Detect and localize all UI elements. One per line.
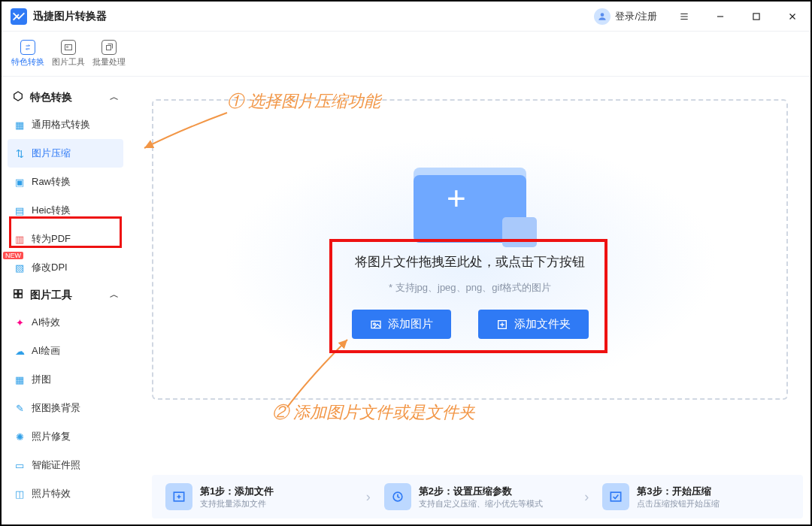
top-tab-label: 批量处理: [92, 56, 126, 68]
group-title: 特色转换: [30, 91, 72, 104]
content-area: 将图片文件拖拽至此处，或点击下方按钮 * 支持jpg、jpeg、png、gif格…: [129, 77, 810, 524]
sidebar-item-pdf[interactable]: ▥转为PDF: [8, 225, 123, 253]
sidebar: 特色转换 ︿ ▦通用格式转换 ⇅图片压缩 ▣Raw转换 ▤Heic转换 ▥转为P…: [2, 77, 129, 524]
step-3: 第3步：开始压缩点击压缩按钮开始压缩: [602, 483, 789, 510]
sidebar-group-tools[interactable]: 图片工具 ︿: [8, 282, 123, 308]
chevron-up-icon: ︿: [110, 289, 119, 301]
compress-icon: ⇅: [14, 147, 26, 159]
maximize-button[interactable]: [747, 8, 765, 26]
top-tabs: 特色转换 图片工具 批量处理: [2, 32, 810, 77]
app-logo-icon: [11, 8, 27, 25]
step-icon: [602, 483, 629, 510]
tools-icon: [12, 288, 24, 302]
svg-rect-9: [19, 295, 23, 298]
folder-plus-icon: [496, 319, 508, 331]
effect-icon: ◫: [14, 488, 26, 500]
svg-rect-15: [611, 492, 621, 501]
svg-rect-1: [753, 13, 759, 19]
image-icon: [370, 319, 382, 331]
sidebar-item-ai-effect[interactable]: ✦AI特效: [8, 308, 123, 337]
step-icon: [384, 483, 411, 510]
svg-point-3: [67, 47, 68, 48]
add-folder-button[interactable]: 添加文件夹: [478, 310, 589, 339]
chevron-right-icon: ›: [366, 489, 371, 505]
doc-icon: ▦: [14, 119, 26, 131]
minimize-button[interactable]: [711, 8, 729, 26]
menu-button[interactable]: [675, 8, 693, 26]
restore-icon: ✺: [14, 431, 26, 443]
chevron-right-icon: ›: [584, 489, 589, 505]
sidebar-item-ai-draw[interactable]: ☁AI绘画: [8, 337, 123, 365]
top-tab-tools[interactable]: 图片工具: [50, 37, 87, 71]
top-tab-featured[interactable]: 特色转换: [9, 37, 47, 71]
grid-icon: ▦: [14, 373, 26, 385]
step-icon: [165, 483, 192, 510]
sparkle-icon: ✦: [14, 316, 26, 328]
sidebar-item-dpi[interactable]: NEW▧修改DPI: [8, 253, 123, 282]
drop-zone[interactable]: 将图片文件拖拽至此处，或点击下方按钮 * 支持jpg、jpeg、png、gif格…: [152, 99, 788, 400]
add-image-button[interactable]: 添加图片: [352, 310, 451, 339]
dpi-icon: ▧: [14, 261, 26, 274]
top-tab-label: 图片工具: [52, 56, 85, 68]
svg-point-11: [373, 323, 375, 325]
avatar-icon: [594, 8, 611, 25]
sidebar-group-featured[interactable]: 特色转换 ︿: [8, 84, 123, 110]
sidebar-item-raw[interactable]: ▣Raw转换: [8, 168, 123, 196]
swap-icon: [20, 40, 35, 55]
drop-subtitle: * 支持jpg、jpeg、png、gif格式的图片: [389, 281, 551, 295]
sidebar-item-image-compress[interactable]: ⇅图片压缩: [8, 139, 123, 168]
chevron-up-icon: ︿: [110, 91, 119, 104]
svg-rect-8: [14, 295, 18, 298]
steps-bar: 第1步：添加文件支持批量添加文件 › 第2步：设置压缩参数支持自定义压缩、缩小优…: [152, 475, 803, 518]
sidebar-item-general-convert[interactable]: ▦通用格式转换: [8, 110, 123, 139]
app-title: 迅捷图片转换器: [33, 10, 107, 23]
raw-icon: ▣: [14, 176, 26, 188]
sidebar-item-id-photo[interactable]: ▭智能证件照: [8, 451, 123, 479]
step-2: 第2步：设置压缩参数支持自定义压缩、缩小优先等模式: [384, 483, 571, 510]
svg-marker-5: [14, 92, 23, 101]
drop-title: 将图片文件拖拽至此处，或点击下方按钮: [355, 253, 585, 271]
sidebar-item-photo-effect[interactable]: ◫照片特效: [8, 479, 123, 508]
step-1: 第1步：添加文件支持批量添加文件: [165, 483, 353, 510]
svg-rect-6: [14, 290, 18, 294]
svg-point-0: [601, 13, 604, 17]
heic-icon: ▤: [14, 204, 26, 216]
group-title: 图片工具: [30, 289, 72, 302]
svg-rect-10: [371, 321, 380, 328]
pdf-icon: ▥: [14, 233, 26, 245]
svg-rect-2: [65, 45, 72, 50]
top-tab-label: 特色转换: [11, 56, 44, 68]
palette-icon: ☁: [14, 345, 26, 357]
id-icon: ▭: [14, 459, 26, 471]
sidebar-item-heic[interactable]: ▤Heic转换: [8, 196, 123, 225]
sidebar-item-collage[interactable]: ▦拼图: [8, 365, 123, 394]
sidebar-item-cutout[interactable]: ✎抠图换背景: [8, 394, 123, 422]
titlebar: 迅捷图片转换器 登录/注册: [2, 2, 810, 32]
svg-rect-4: [107, 46, 111, 50]
login-button[interactable]: 登录/注册: [594, 8, 657, 25]
scissors-icon: ✎: [14, 402, 26, 414]
sidebar-item-restore[interactable]: ✺照片修复: [8, 422, 123, 451]
login-label: 登录/注册: [615, 10, 657, 23]
svg-rect-7: [19, 290, 23, 294]
image-icon: [61, 40, 76, 55]
convert-icon: [12, 90, 24, 104]
top-tab-batch[interactable]: 批量处理: [90, 37, 128, 71]
new-badge: NEW: [3, 252, 23, 259]
folder-illustration-icon: [414, 160, 526, 243]
close-button[interactable]: [783, 8, 801, 26]
batch-icon: [102, 40, 117, 55]
annotation-step2: ② 添加图片文件或是文件夹: [272, 401, 475, 424]
